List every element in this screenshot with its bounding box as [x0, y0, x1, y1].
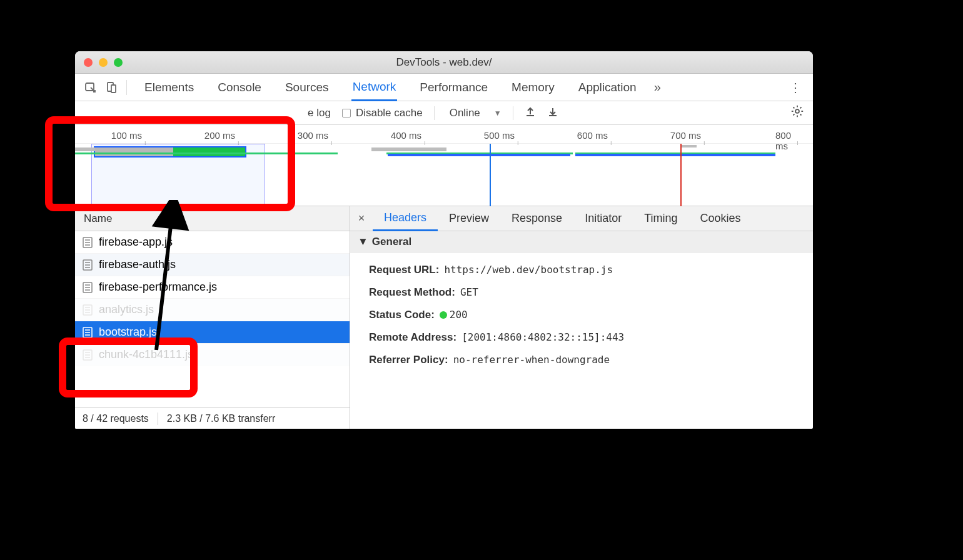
disable-cache-checkbox[interactable] — [342, 109, 351, 118]
header-row-request-url: Request URL: https://web.dev/bootstrap.j… — [369, 259, 800, 281]
section-general[interactable]: ▼ General — [350, 231, 813, 252]
header-value: https://web.dev/bootstrap.js — [444, 264, 613, 276]
tick: 100 ms — [111, 130, 142, 141]
tick: 600 ms — [577, 130, 608, 141]
main-tabs: Elements Console Sources Network Perform… — [143, 74, 638, 101]
panel-tabs-bar: Elements Console Sources Network Perform… — [75, 74, 813, 101]
request-row[interactable]: chunk-4c1b4111.js — [75, 344, 350, 366]
header-key: Remote Address: — [369, 331, 456, 344]
header-value: [2001:4860:4802:32::15]:443 — [461, 331, 624, 344]
tab-console[interactable]: Console — [216, 74, 263, 101]
header-row-remote-address: Remote Address: [2001:4860:4802:32::15]:… — [369, 326, 800, 349]
status-requests: 8 / 42 requests — [83, 413, 149, 424]
status-transfer: 2.3 KB / 7.6 KB transferr — [167, 413, 275, 424]
request-name: chunk-4c1b4111.js — [99, 348, 193, 361]
column-header-name[interactable]: Name — [75, 206, 350, 231]
request-name: firebase-performance.js — [99, 281, 217, 294]
request-row[interactable]: firebase-performance.js — [75, 276, 350, 299]
divider — [434, 106, 435, 120]
request-row[interactable]: analytics.js — [75, 299, 350, 321]
download-har-icon[interactable] — [547, 106, 558, 120]
request-row-selected[interactable]: bootstrap.js — [75, 321, 350, 344]
tab-network[interactable]: Network — [351, 74, 398, 101]
detail-tab-cookies[interactable]: Cookies — [689, 206, 752, 231]
tick: 500 ms — [484, 130, 515, 141]
divider — [158, 412, 158, 425]
disclosure-triangle-icon: ▼ — [358, 236, 368, 248]
request-row[interactable]: firebase-auth.js — [75, 254, 350, 276]
request-name: analytics.js — [99, 303, 154, 316]
device-toolbar-icon[interactable] — [101, 76, 123, 99]
request-name: firebase-app.js — [99, 236, 173, 249]
window-title: DevTools - web.dev/ — [75, 56, 813, 69]
domcontentloaded-line — [490, 144, 491, 206]
request-row[interactable]: firebase-app.js — [75, 231, 350, 254]
tab-memory[interactable]: Memory — [510, 74, 556, 101]
upload-har-icon[interactable] — [525, 106, 536, 120]
throttling-value: Online — [450, 107, 480, 119]
header-row-request-method: Request Method: GET — [369, 281, 800, 304]
preserve-log-group: e log — [308, 107, 331, 119]
tab-performance[interactable]: Performance — [418, 74, 489, 101]
request-name: firebase-auth.js — [99, 258, 176, 271]
overview-segment — [75, 152, 338, 154]
throttling-select[interactable]: Online ▼ — [446, 107, 502, 119]
close-details-icon[interactable]: × — [350, 212, 373, 225]
header-row-status-code: Status Code: 200 — [369, 304, 800, 326]
overview-segment — [75, 148, 95, 151]
disable-cache-group[interactable]: Disable cache — [342, 107, 423, 119]
status-dot-icon — [440, 311, 447, 319]
settings-gear-icon[interactable] — [790, 104, 804, 122]
detail-tab-headers[interactable]: Headers — [373, 207, 438, 231]
request-detail-panel: × Headers Preview Response Initiator Tim… — [350, 206, 813, 429]
request-list-panel: Name firebase-app.js firebase-auth.js fi… — [75, 206, 350, 429]
svg-point-3 — [795, 109, 799, 113]
tick: 700 ms — [670, 130, 701, 141]
detail-tab-initiator[interactable]: Initiator — [573, 206, 633, 231]
divider — [513, 106, 513, 120]
request-list[interactable]: firebase-app.js firebase-auth.js firebas… — [75, 231, 350, 408]
header-key: Status Code: — [369, 309, 435, 321]
detail-tab-timing[interactable]: Timing — [633, 206, 688, 231]
tick: 300 ms — [298, 130, 328, 141]
overview-chart[interactable] — [75, 144, 813, 206]
headers-list: Request URL: https://web.dev/bootstrap.j… — [350, 252, 813, 378]
overview-segment — [575, 154, 775, 156]
tab-elements[interactable]: Elements — [143, 74, 195, 101]
header-value: GET — [460, 286, 478, 299]
tab-divider — [126, 80, 127, 95]
svg-rect-2 — [111, 85, 116, 92]
detail-tabs: × Headers Preview Response Initiator Tim… — [350, 206, 813, 231]
detail-tab-preview[interactable]: Preview — [438, 206, 500, 231]
tick: 400 ms — [391, 130, 421, 141]
section-title: General — [372, 236, 411, 248]
window-titlebar: DevTools - web.dev/ — [75, 51, 813, 74]
chevron-down-icon: ▼ — [494, 109, 502, 118]
inspect-element-icon[interactable] — [80, 76, 101, 99]
file-icon — [83, 237, 93, 248]
file-icon — [83, 349, 93, 361]
header-key: Request Method: — [369, 286, 455, 299]
network-overview[interactable]: 100 ms 200 ms 300 ms 400 ms 500 ms 600 m… — [75, 125, 813, 206]
network-filter-bar: e log Disable cache Online ▼ — [75, 101, 813, 125]
tab-sources[interactable]: Sources — [284, 74, 330, 101]
status-bar: 8 / 42 requests 2.3 KB / 7.6 KB transfer… — [75, 408, 350, 429]
overview-segment — [371, 148, 446, 151]
header-row-referrer-policy: Referrer Policy: no-referrer-when-downgr… — [369, 349, 800, 371]
file-icon — [83, 304, 93, 316]
kebab-menu-icon[interactable]: ⋮ — [783, 80, 808, 95]
tab-application[interactable]: Application — [577, 74, 638, 101]
network-body: Name firebase-app.js firebase-auth.js fi… — [75, 206, 813, 429]
disable-cache-label: Disable cache — [356, 107, 423, 119]
tick: 200 ms — [204, 130, 235, 141]
overview-segment — [388, 154, 570, 156]
file-icon — [83, 327, 93, 338]
header-value: 200 — [440, 309, 468, 321]
detail-tab-response[interactable]: Response — [500, 206, 573, 231]
devtools-window: DevTools - web.dev/ Elements Console Sou… — [75, 51, 813, 429]
file-icon — [83, 259, 93, 271]
selection-bar — [94, 146, 246, 158]
more-tabs-icon[interactable]: » — [649, 80, 666, 94]
header-value: no-referrer-when-downgrade — [453, 354, 610, 366]
request-name: bootstrap.js — [99, 326, 157, 339]
